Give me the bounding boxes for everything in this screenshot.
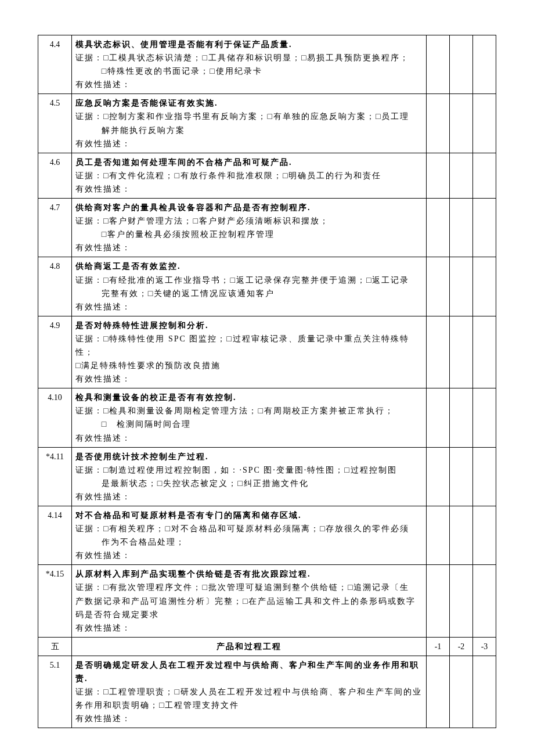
row-number: 5.1 (38, 656, 72, 728)
score-cell (450, 153, 473, 198)
row-evidence: 证据：□有经批准的返工作业指导书；□返工记录保存完整并便于追溯；□返工记录 (75, 273, 423, 287)
row-content: 对不合格品和可疑原材料是否有专门的隔离和储存区域.证据：□有相关程序；□对不合格… (72, 506, 427, 565)
row-description: 有效性描述： (75, 431, 423, 445)
row-content: 是否对特殊特性进展控制和分析.证据：□特殊特性使用 SPC 图监控；□过程审核记… (72, 316, 427, 388)
row-evidence: 证据：□有相关程序；□对不合格品和可疑原材料必须隔离；□存放很久的零件必须 (75, 522, 423, 535)
score-cell (473, 199, 496, 257)
section-header-row: 五产品和过程工程-1-2-3 (38, 637, 496, 656)
score-cell (450, 447, 473, 506)
row-number: 4.4 (38, 35, 72, 94)
score-header: -2 (450, 637, 473, 656)
score-cell (473, 388, 496, 447)
row-title: 是否对特殊特性进展控制和分析. (75, 319, 423, 332)
score-cell (450, 199, 473, 257)
row-title: 检具和测量设备的校正是否有有效控制. (75, 391, 423, 404)
row-description: 有效性描述： (75, 621, 423, 635)
score-cell (427, 199, 450, 257)
score-cell (450, 316, 473, 388)
score-cell (427, 316, 450, 388)
row-evidence-cont: □特殊性更改的书面记录；□使用纪录卡 (75, 64, 423, 78)
row-evidence: 务作用和职责明确；□工程管理支持文件 (75, 699, 423, 712)
score-cell (450, 257, 473, 316)
score-cell (473, 257, 496, 316)
table-row: 4.6员工是否知道如何处理车间的不合格产品和可疑产品.证据：□有文件化流程；□有… (38, 153, 496, 198)
row-content: 供给商对客户的量具检具设备容器和产品是否有控制程序.证据：□客户财产管理方法；□… (72, 199, 427, 257)
score-cell (473, 447, 496, 506)
row-number: 4.8 (38, 257, 72, 316)
audit-table: 4.4模具状态标识、使用管理是否能有利于保证产品质量.证据：□工模具状态标识清楚… (38, 35, 496, 728)
row-description: 有效性描述： (75, 137, 423, 150)
table-row: *4.11是否使用统计技术控制生产过程.证据：□制造过程使用过程控制图，如：·S… (38, 447, 496, 506)
row-description: 有效性描述： (75, 241, 423, 254)
row-description: 有效性描述： (75, 182, 423, 196)
row-description: 有效性描述： (75, 372, 423, 386)
row-content: 是否明确规定研发人员在工程开发过程中与供给商、客户和生产车间的业务作用和职责.证… (72, 656, 427, 728)
table-row: 4.8供给商返工是否有效监控.证据：□有经批准的返工作业指导书；□返工记录保存完… (38, 257, 496, 316)
score-cell (473, 35, 496, 94)
row-description: 有效性描述： (75, 549, 423, 562)
row-evidence: 证据：□客户财产管理方法；□客户财产必须清晰标识和摆放； (75, 214, 423, 228)
score-cell (450, 388, 473, 447)
score-header: -3 (473, 637, 496, 656)
row-number: 4.14 (38, 506, 72, 565)
score-cell (427, 35, 450, 94)
row-number: 4.10 (38, 388, 72, 447)
table-row: 4.9是否对特殊特性进展控制和分析.证据：□特殊特性使用 SPC 图监控；□过程… (38, 316, 496, 388)
table-row: 5.1是否明确规定研发人员在工程开发过程中与供给商、客户和生产车间的业务作用和职… (38, 656, 496, 728)
row-description: 有效性描述： (75, 712, 423, 725)
row-content: 检具和测量设备的校正是否有有效控制.证据：□检具和测量设备周期检定管理方法；□有… (72, 388, 427, 447)
row-number: *4.15 (38, 565, 72, 637)
score-cell (473, 506, 496, 565)
row-title: 对不合格品和可疑原材料是否有专门的隔离和储存区域. (75, 509, 423, 522)
row-evidence: 证据：□检具和测量设备周期检定管理方法；□有周期校正方案并被正常执行； (75, 404, 423, 417)
row-evidence: 证据：□制造过程使用过程控制图，如：·SPC 图·变量图·特性图；□过程控制图 (75, 463, 423, 477)
score-header: -1 (427, 637, 450, 656)
score-cell (473, 94, 496, 153)
row-evidence-cont: 完整有效；□关键的返工情况应该通知客户 (75, 287, 423, 300)
table-row: *4.15从原材料入库到产品实现整个供给链是否有批次跟踪过程.证据：□有批次管理… (38, 565, 496, 637)
score-cell (427, 565, 450, 637)
score-cell (473, 153, 496, 198)
score-cell (473, 316, 496, 388)
score-cell (450, 506, 473, 565)
score-cell (427, 257, 450, 316)
score-cell (427, 388, 450, 447)
row-description: 有效性描述： (75, 78, 423, 91)
row-number: 4.9 (38, 316, 72, 388)
row-evidence: 产数据记录和产品可追溯性分析〕完整；□在产品运输工具和文件上的条形码或数字 (75, 595, 423, 608)
row-title: 供给商返工是否有效监控. (75, 260, 423, 273)
row-title: 供给商对客户的量具检具设备容器和产品是否有控制程序. (75, 201, 423, 214)
table-row: 4.5应急反响方案是否能保证有效实施.证据：□控制方案和作业指导书里有反响方案；… (38, 94, 496, 153)
row-content: 应急反响方案是否能保证有效实施.证据：□控制方案和作业指导书里有反响方案；□有单… (72, 94, 427, 153)
row-title: 是否使用统计技术控制生产过程. (75, 450, 423, 463)
row-number: 4.7 (38, 199, 72, 257)
score-cell (427, 447, 450, 506)
row-title: 应急反响方案是否能保证有效实施. (75, 96, 423, 110)
score-cell (450, 656, 473, 728)
row-evidence-cont: 是最新状态；□失控状态被定义；□纠正措施文件化 (75, 477, 423, 490)
row-content: 从原材料入库到产品实现整个供给链是否有批次跟踪过程.证据：□有批次管理程序文件；… (72, 565, 427, 637)
row-title: 员工是否知道如何处理车间的不合格产品和可疑产品. (75, 156, 423, 169)
row-evidence: 证据：□特殊特性使用 SPC 图监控；□过程审核记录、质量记录中重点关注特殊特性… (75, 332, 423, 359)
row-evidence: 码是否符合规定要求 (75, 608, 423, 621)
table-row: 4.4模具状态标识、使用管理是否能有利于保证产品质量.证据：□工模具状态标识清楚… (38, 35, 496, 94)
row-evidence-cont: □客户的量检具必须按照校正控制程序管理 (75, 228, 423, 241)
score-cell (450, 35, 473, 94)
table-row: 4.10检具和测量设备的校正是否有有效控制.证据：□检具和测量设备周期检定管理方… (38, 388, 496, 447)
row-evidence-cont: □ 检测间隔时间合理 (75, 417, 423, 431)
row-description: 有效性描述： (75, 300, 423, 314)
score-cell (427, 153, 450, 198)
table-row: 4.14对不合格品和可疑原材料是否有专门的隔离和储存区域.证据：□有相关程序；□… (38, 506, 496, 565)
row-title: 模具状态标识、使用管理是否能有利于保证产品质量. (75, 38, 423, 51)
score-cell (427, 656, 450, 728)
score-cell (473, 656, 496, 728)
row-content: 是否使用统计技术控制生产过程.证据：□制造过程使用过程控制图，如：·SPC 图·… (72, 447, 427, 506)
row-content: 员工是否知道如何处理车间的不合格产品和可疑产品.证据：□有文件化流程；□有放行条… (72, 153, 427, 198)
section-number: 五 (38, 637, 72, 656)
row-evidence: 证据：□控制方案和作业指导书里有反响方案；□有单独的应急反响方案；□员工理 (75, 110, 423, 123)
score-cell (473, 565, 496, 637)
score-cell (450, 94, 473, 153)
row-number: 4.5 (38, 94, 72, 153)
section-title: 产品和过程工程 (72, 637, 427, 656)
row-description: 有效性描述： (75, 490, 423, 503)
